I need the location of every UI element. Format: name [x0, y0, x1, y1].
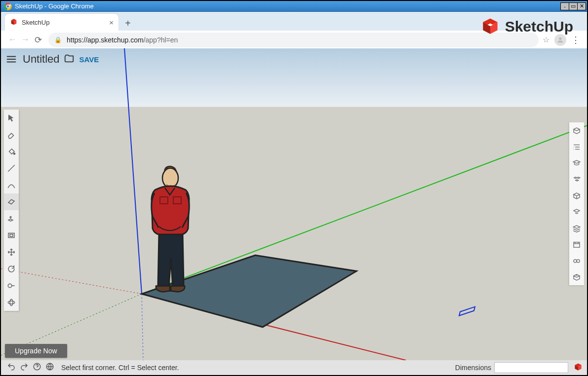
svg-rect-18 — [8, 233, 14, 238]
entity-info-panel-button[interactable] — [569, 122, 584, 139]
url-host: https://app.sketchup.com — [67, 36, 144, 44]
svg-point-20 — [8, 284, 12, 288]
arc-tool[interactable] — [4, 177, 19, 193]
move-tool[interactable] — [4, 244, 19, 261]
address-bar[interactable]: 🔒 https://app.sketchup.com/app?hl=en — [48, 33, 539, 47]
scenes-panel-button[interactable] — [569, 236, 584, 253]
app-bar: Untitled SAVE — [1, 48, 587, 70]
reload-button[interactable]: ⟳ — [32, 35, 44, 45]
document-title[interactable]: Untitled — [23, 53, 60, 66]
dimensions-label: Dimensions — [455, 364, 491, 372]
layers-panel-button[interactable] — [569, 220, 584, 236]
browser-tab[interactable]: SketchUp × — [5, 14, 118, 31]
line-tool[interactable] — [4, 160, 19, 177]
select-tool[interactable] — [4, 110, 19, 126]
minimize-button[interactable]: ‐ — [560, 2, 569, 10]
sketchup-favicon-icon — [10, 18, 18, 26]
lock-icon: 🔒 — [54, 37, 62, 43]
display-panel-button[interactable] — [569, 253, 584, 269]
close-button[interactable]: ✕ — [577, 2, 586, 10]
svg-point-22 — [10, 299, 13, 306]
3d-warehouse-button[interactable] — [569, 269, 584, 285]
status-bar: Select first corner. Ctrl = Select cente… — [1, 360, 587, 375]
sketchup-brand: SketchUp — [479, 16, 573, 38]
tape-measure-tool[interactable] — [4, 277, 19, 294]
sketchup-logo-icon — [479, 16, 501, 38]
eraser-tool[interactable] — [4, 126, 19, 143]
svg-point-21 — [8, 301, 15, 304]
offset-tool[interactable] — [4, 227, 19, 244]
help-button[interactable] — [31, 362, 43, 374]
url-path: /app?hl=en — [144, 36, 178, 44]
tab-close-icon[interactable]: × — [109, 18, 114, 27]
brand-text: SketchUp — [505, 18, 573, 35]
tab-title: SketchUp — [22, 19, 49, 26]
svg-point-25 — [577, 260, 580, 263]
dimensions-input[interactable] — [494, 362, 568, 373]
redo-button[interactable] — [18, 362, 31, 374]
materials-panel-button[interactable] — [569, 188, 584, 204]
outliner-panel-button[interactable] — [569, 139, 584, 155]
geolocation-button[interactable] — [43, 362, 56, 374]
paint-bucket-tool[interactable] — [4, 143, 19, 160]
svg-point-17 — [14, 153, 15, 154]
svg-point-1 — [6, 5, 9, 7]
undo-button[interactable] — [5, 362, 18, 374]
instructor-panel-button[interactable] — [569, 155, 584, 171]
hamburger-menu-button[interactable] — [6, 54, 17, 65]
svg-point-14 — [162, 168, 178, 188]
status-hint: Select first corner. Ctrl = Select cente… — [61, 364, 179, 372]
components-panel-button[interactable] — [569, 171, 584, 188]
right-panel-toolbar — [569, 122, 584, 285]
open-folder-button[interactable] — [64, 53, 75, 66]
svg-point-24 — [574, 260, 577, 263]
sketchup-badge-icon[interactable] — [573, 362, 583, 374]
rotate-tool[interactable] — [4, 261, 19, 277]
styles-panel-button[interactable] — [569, 204, 584, 220]
save-button[interactable]: SAVE — [79, 55, 99, 64]
svg-rect-5 — [1, 107, 587, 360]
new-tab-button[interactable]: + — [120, 16, 135, 31]
os-titlebar: SketchUp - Google Chrome ‐ ▭ ✕ — [1, 1, 587, 12]
upgrade-now-button[interactable]: Upgrade Now — [5, 344, 67, 358]
svg-rect-23 — [574, 242, 580, 247]
chrome-app-icon — [4, 2, 12, 10]
left-toolbar — [4, 110, 19, 311]
svg-rect-19 — [10, 234, 13, 237]
back-button[interactable]: ← — [6, 35, 19, 45]
maximize-button[interactable]: ▭ — [569, 2, 578, 10]
orbit-tool[interactable] — [4, 294, 19, 311]
window-controls: ‐ ▭ ✕ — [561, 2, 586, 10]
push-pull-tool[interactable] — [4, 210, 19, 227]
window-title: SketchUp - Google Chrome — [15, 2, 94, 10]
forward-button[interactable]: → — [19, 35, 32, 45]
3d-viewport[interactable] — [1, 48, 587, 360]
rectangle-tool[interactable] — [4, 193, 19, 210]
